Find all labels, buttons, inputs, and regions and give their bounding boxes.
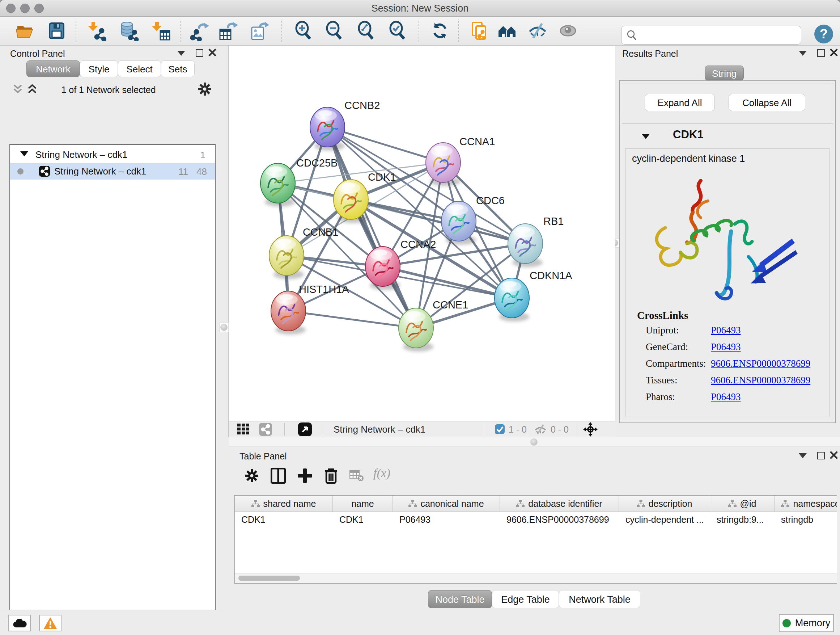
- network-node-CCNB2[interactable]: [310, 107, 345, 150]
- help-icon[interactable]: ?: [813, 24, 834, 44]
- network-node-CCNB1[interactable]: [269, 236, 304, 279]
- crosslink-link[interactable]: P06493: [711, 391, 741, 402]
- horizontal-splitter[interactable]: [229, 437, 840, 447]
- network-collection-row[interactable]: String Network – cdk1 1: [10, 146, 215, 163]
- column-type-icon: [409, 500, 417, 508]
- refresh-icon[interactable]: [430, 21, 450, 41]
- import-database-icon[interactable]: [118, 21, 139, 41]
- zoom-in-icon[interactable]: [294, 21, 314, 41]
- results-panel-float-icon[interactable]: [799, 51, 807, 56]
- network-edge-HIST1H1A-CCNE1[interactable]: [288, 311, 416, 328]
- export-table-icon[interactable]: [218, 21, 238, 41]
- import-network-icon[interactable]: [87, 21, 107, 41]
- network-node-CCNE1[interactable]: [399, 308, 433, 352]
- network-node-HIST1H1A[interactable]: [271, 291, 306, 334]
- control-panel-float-icon[interactable]: [177, 51, 185, 56]
- network-node-RB1[interactable]: [508, 224, 543, 267]
- left-splitter-grip[interactable]: [219, 323, 229, 332]
- column-header-label: description: [649, 499, 692, 509]
- column-header-namespace[interactable]: namespace: [775, 496, 837, 511]
- eye-icon[interactable]: [558, 21, 578, 41]
- houses-icon[interactable]: [497, 21, 517, 41]
- zoom-fit-icon[interactable]: [356, 21, 376, 41]
- duplicate-network-icon[interactable]: [469, 21, 489, 41]
- network-node-CDC25B[interactable]: [261, 163, 295, 207]
- import-table-icon[interactable]: [150, 21, 171, 41]
- export-network-icon[interactable]: [189, 21, 210, 41]
- table-cell-shared-name[interactable]: CDK1: [235, 511, 333, 527]
- table-cell-namespace[interactable]: stringdb: [775, 511, 837, 527]
- table-panel-float-icon[interactable]: [799, 453, 807, 458]
- tab-edge-table[interactable]: Edge Table: [492, 590, 559, 608]
- network-node-CDKN1A[interactable]: [494, 278, 529, 321]
- expand-all-chevrons-icon[interactable]: [27, 84, 38, 94]
- control-panel-maximize-icon[interactable]: [196, 49, 203, 57]
- table-cell-description[interactable]: cyclin-dependent ...: [619, 511, 710, 527]
- column-header--id[interactable]: @id: [710, 496, 775, 511]
- show-columns-icon[interactable]: [271, 468, 286, 484]
- tab-string[interactable]: String: [705, 65, 744, 81]
- delete-column-trash-icon[interactable]: [324, 467, 339, 484]
- table-cell-database-identifier[interactable]: 9606.ENSP00000378699: [500, 511, 619, 527]
- warning-button[interactable]: [39, 615, 62, 631]
- table-panel-close-icon[interactable]: [830, 451, 838, 459]
- network-row-selected[interactable]: String Network – cdk1 11 48: [10, 163, 215, 180]
- detach-view-icon[interactable]: [298, 423, 312, 436]
- zoom-selected-icon[interactable]: [387, 21, 408, 41]
- collection-expander-icon[interactable]: [20, 151, 28, 157]
- crosslink-link[interactable]: P06493: [711, 325, 741, 336]
- results-panel-maximize-icon[interactable]: [817, 49, 825, 57]
- table-options-gear-icon[interactable]: [245, 469, 259, 483]
- tab-network[interactable]: Network: [27, 60, 80, 77]
- tab-select[interactable]: Select: [118, 60, 161, 77]
- network-node-CCNA1[interactable]: [426, 143, 461, 186]
- selected-checkbox-icon[interactable]: [495, 424, 505, 434]
- table-cell--id[interactable]: stringdb:9...: [710, 511, 775, 527]
- search-input[interactable]: [640, 27, 797, 43]
- network-edge-CCNB2-CCNE1[interactable]: [327, 127, 416, 328]
- column-header-database-identifier[interactable]: database identifier: [500, 496, 619, 511]
- results-panel-close-icon[interactable]: [830, 49, 838, 57]
- crosslink-link[interactable]: 9606.ENSP00000378699: [711, 375, 810, 386]
- cloud-button[interactable]: [8, 615, 31, 631]
- export-image-icon[interactable]: [249, 21, 269, 41]
- delete-table-icon[interactable]: [349, 470, 364, 481]
- expand-all-button[interactable]: Expand All: [645, 94, 715, 111]
- table-cell-canonical-name[interactable]: P06493: [393, 511, 500, 527]
- table-cell-name[interactable]: CDK1: [333, 511, 393, 527]
- crosslinks-title: CrossLinks: [637, 310, 688, 321]
- table-panel-maximize-icon[interactable]: [817, 452, 825, 459]
- function-builder-icon[interactable]: f(x): [373, 466, 390, 480]
- column-header-description[interactable]: description: [619, 496, 710, 511]
- tab-node-table[interactable]: Node Table: [428, 590, 492, 608]
- network-edge-CCNB2-CCNA1[interactable]: [327, 127, 443, 163]
- eye-slash-icon[interactable]: [527, 21, 548, 41]
- network-canvas[interactable]: CCNB2CCNA1CDC25BCDK1CDC6RB1CCNB1CCNA2CDK…: [229, 46, 615, 421]
- crosslink-link[interactable]: P06493: [711, 341, 741, 352]
- zoom-out-icon[interactable]: [324, 21, 344, 41]
- scrollbar-thumb[interactable]: [238, 576, 300, 581]
- tab-network-table[interactable]: Network Table: [559, 590, 640, 608]
- network-view-mode-icon[interactable]: [259, 423, 272, 436]
- column-header-shared-name[interactable]: shared name: [235, 496, 333, 511]
- collapse-all-chevrons-icon[interactable]: [12, 84, 23, 94]
- open-folder-icon[interactable]: [14, 21, 35, 41]
- column-header-canonical-name[interactable]: canonical name: [393, 496, 500, 511]
- horizontal-splitter-grip[interactable]: [531, 439, 538, 446]
- add-column-icon[interactable]: [297, 468, 313, 484]
- collapse-all-button[interactable]: Collapse All: [729, 94, 805, 111]
- network-node-CDK1[interactable]: [333, 180, 368, 223]
- node-label-CCNA2: CCNA2: [401, 239, 436, 250]
- memory-button[interactable]: Memory: [779, 614, 834, 632]
- birds-eye-crosshair-icon[interactable]: [583, 422, 598, 437]
- network-options-gear-icon[interactable]: [197, 82, 212, 96]
- crosslink-link[interactable]: 9606.ENSP00000378699: [711, 358, 810, 369]
- control-panel-close-icon[interactable]: [208, 49, 216, 57]
- save-floppy-icon[interactable]: [46, 21, 66, 41]
- tab-sets[interactable]: Sets: [161, 60, 195, 77]
- network-node-CCNA2[interactable]: [365, 247, 400, 290]
- node-result-expander-icon[interactable]: [642, 134, 650, 139]
- tab-style[interactable]: Style: [80, 60, 118, 77]
- column-header-name[interactable]: name: [333, 496, 393, 511]
- grid-view-icon[interactable]: [237, 424, 249, 435]
